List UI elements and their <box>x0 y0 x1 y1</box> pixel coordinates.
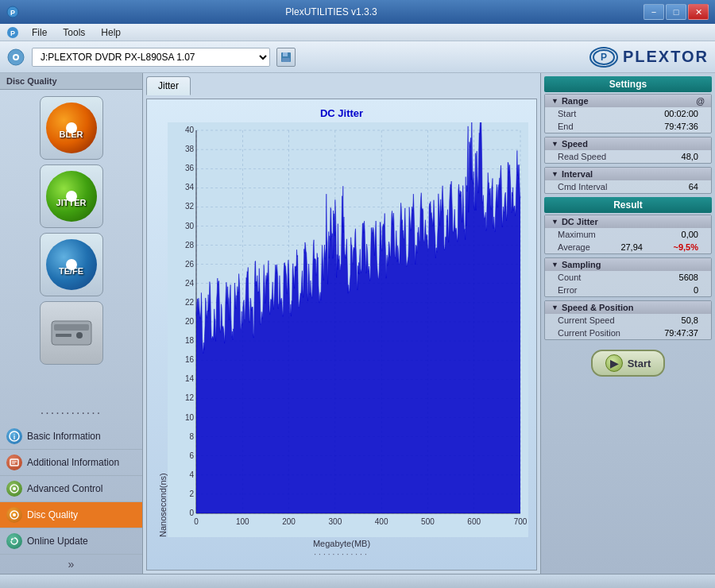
dc-jitter-maximum-label: Maximum <box>558 230 596 239</box>
dc-jitter-average-value: 27,94 <box>620 242 643 252</box>
start-button[interactable]: ▶ Start <box>591 350 666 377</box>
menu-tools[interactable]: Tools <box>56 25 91 40</box>
range-title: Range <box>562 96 589 106</box>
y-axis-label: Nanosecond(ns) <box>155 122 168 537</box>
read-speed-row: Read Speed 48,0 <box>545 150 711 163</box>
range-end-row: End 79:47:36 <box>545 120 711 133</box>
sidebar-item-online-update[interactable]: Online Update <box>0 528 142 555</box>
read-speed-label: Read Speed <box>558 152 606 161</box>
speed-collapse-icon: ▼ <box>551 140 558 148</box>
tab-jitter[interactable]: Jitter <box>146 76 191 95</box>
sampling-count-row: Count 5608 <box>545 271 711 284</box>
plextor-p-icon: P <box>593 49 615 65</box>
interval-group-title[interactable]: ▼ Interval <box>545 168 711 180</box>
disc-hole-tefe <box>66 259 77 270</box>
app-menu-icon: P <box>6 26 19 39</box>
speed-group-title[interactable]: ▼ Speed <box>545 137 711 150</box>
dc-jitter-result-title[interactable]: ▼ DC Jitter <box>545 215 711 228</box>
svg-point-22 <box>13 487 16 490</box>
sampling-count-value: 5608 <box>679 273 698 282</box>
chart-inner <box>168 122 528 537</box>
svg-marker-25 <box>11 538 14 541</box>
chart-content: Jitter DC Jitter Nanosecond(ns) Megabyte… <box>143 73 540 574</box>
settings-header: Settings <box>544 76 712 92</box>
sidebar-item-additional-information[interactable]: Additional Information <box>0 450 142 476</box>
disc-drive-button[interactable] <box>40 301 103 365</box>
minimize-button[interactable]: − <box>644 4 664 20</box>
gear-icon <box>9 483 20 494</box>
disc-jitter-button[interactable]: JITTER <box>40 164 103 228</box>
dc-jitter-collapse-icon: ▼ <box>551 218 558 226</box>
range-end-value: 79:47:36 <box>664 122 698 131</box>
range-start-value: 00:02:00 <box>664 109 698 118</box>
disc-drive-icon <box>48 313 95 353</box>
statusbar <box>0 574 715 588</box>
sampling-count-label: Count <box>558 273 581 282</box>
range-at-symbol: @ <box>696 96 705 106</box>
sidebar-item-disc-quality[interactable]: Disc Quality <box>0 502 142 528</box>
basic-info-icon: i <box>6 428 22 444</box>
sampling-title: Sampling <box>562 260 601 269</box>
disc-bler-button[interactable]: BLER <box>40 96 103 160</box>
sampling-error-row: Error 0 <box>545 284 711 296</box>
disc-quality-label: Disc Quality <box>27 509 78 520</box>
speed-position-label: Speed & Position <box>562 303 633 312</box>
start-button-label: Start <box>628 358 651 369</box>
interval-collapse-icon: ▼ <box>551 170 558 178</box>
sampling-error-value: 0 <box>694 285 698 295</box>
sampling-error-label: Error <box>558 285 577 295</box>
chart-bottom-dots: ············ <box>155 548 528 560</box>
menu-help[interactable]: Help <box>95 25 127 40</box>
disc-hole-jitter <box>66 191 77 202</box>
sidebar-expand-button[interactable]: » <box>0 555 142 574</box>
update-icon <box>9 536 20 547</box>
save-button[interactable] <box>276 48 296 67</box>
menu-file[interactable]: File <box>25 25 53 40</box>
speed-pos-collapse-icon: ▼ <box>551 304 558 311</box>
range-group: ▼ Range @ Start 00:02:00 End 79:47:36 <box>544 94 712 133</box>
range-group-title[interactable]: ▼ Range @ <box>545 95 711 107</box>
cmd-interval-value: 64 <box>689 182 698 191</box>
disc-icon <box>9 509 20 520</box>
current-position-label: Current Position <box>558 328 620 338</box>
disc-tefe-icon: TE/FE <box>46 239 97 290</box>
range-end-label: End <box>558 122 574 131</box>
svg-point-14 <box>76 332 83 338</box>
chart-title: DC Jitter <box>155 107 528 119</box>
plextor-logo-icon: P <box>589 47 618 68</box>
advanced-control-icon <box>6 481 22 497</box>
drive-selector[interactable]: J:PLEXTOR DVDR PX-L890SA 1.07 <box>32 48 270 67</box>
speed-position-title[interactable]: ▼ Speed & Position <box>545 301 711 314</box>
dc-jitter-average-row: Average 27,94 ~9,5% <box>545 241 711 253</box>
window-title: PlexUTILITIES v1.3.3 <box>19 6 644 17</box>
plextor-logo: P PLEXTOR <box>589 47 709 68</box>
speed-title: Speed <box>562 139 588 149</box>
svg-rect-18 <box>10 459 18 466</box>
sidebar-item-advanced-control[interactable]: Advanced Control <box>0 476 142 502</box>
cmd-interval-label: Cmd Interval <box>558 182 607 191</box>
close-button[interactable]: ✕ <box>688 4 709 20</box>
speed-position-group: ▼ Speed & Position Current Speed 50,8 Cu… <box>544 300 712 340</box>
sampling-group-title[interactable]: ▼ Sampling <box>545 258 711 271</box>
sidebar-nav: i Basic Information Additional Informati… <box>0 424 142 555</box>
speed-group: ▼ Speed Read Speed 48,0 <box>544 137 712 164</box>
sidebar-dots: ············ <box>0 403 142 424</box>
svg-rect-9 <box>282 58 290 62</box>
additional-icon <box>9 457 20 468</box>
range-start-row: Start 00:02:00 <box>545 107 711 120</box>
dc-jitter-average-pct: ~9,5% <box>674 242 699 252</box>
maximize-button[interactable]: □ <box>666 4 686 20</box>
svg-text:P: P <box>10 29 15 37</box>
sidebar-section-title: Disc Quality <box>0 73 142 90</box>
sidebar-item-basic-information[interactable]: i Basic Information <box>0 424 142 450</box>
save-icon <box>280 51 292 64</box>
dc-jitter-maximum-value: 0,00 <box>682 230 698 239</box>
disc-tefe-button[interactable]: TE/FE <box>40 233 103 296</box>
read-speed-value: 48,0 <box>682 152 698 161</box>
svg-rect-15 <box>56 334 72 337</box>
advanced-control-label: Advanced Control <box>27 483 102 494</box>
svg-point-24 <box>13 513 16 516</box>
dc-jitter-result-group: ▼ DC Jitter Maximum 0,00 Average 27,94 ~… <box>544 215 712 254</box>
disc-jitter-icon: JITTER <box>46 171 97 222</box>
current-position-value: 79:47:37 <box>664 328 698 338</box>
